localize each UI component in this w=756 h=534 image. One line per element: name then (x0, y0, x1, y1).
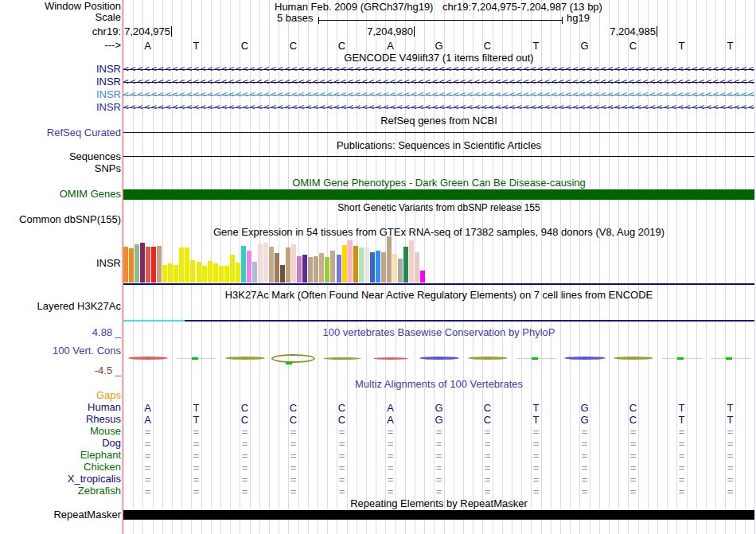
phylop-curve (128, 357, 168, 360)
gtex-tissue-bar (398, 259, 403, 283)
seq-cell: = (366, 474, 415, 485)
refseq-track-title: RefSeq genes from NCBI (123, 115, 754, 127)
multiz-label-zebrafish[interactable]: Zebrafish (0, 485, 121, 497)
seq-cell: = (657, 426, 706, 438)
multiz-label-rhesus[interactable]: Rhesus (0, 414, 121, 425)
common-dbsnp-label[interactable]: Common dbSNP(155) (0, 214, 121, 225)
multiz-row-mouse: ============= (123, 426, 754, 438)
gtex-tissue-bar (359, 248, 364, 283)
seq-cell: = (463, 485, 512, 497)
multiz-label-chicken[interactable]: Chicken (0, 462, 121, 473)
phylop-curve (271, 354, 315, 363)
phylop-positive-mark (532, 357, 538, 360)
gene-label-insr-1[interactable]: INSR (0, 64, 121, 75)
ruler-position: 7,204,980 (343, 26, 413, 37)
multiz-label-dog[interactable]: Dog (0, 438, 121, 449)
seq-cell: = (269, 438, 318, 450)
seq-cell: = (463, 462, 512, 474)
multiz-label-gaps[interactable]: Gaps (0, 390, 121, 401)
h3k27ac-signal-navy (185, 320, 754, 322)
gene-model-insr-1[interactable]: <<<<<<<<<<<<<<<<<<<<<<<<<<<<<<<<<<<<<<<<… (123, 63, 754, 76)
seq-cell: = (318, 438, 366, 450)
layered-h3k27ac-label[interactable]: Layered H3K27Ac (0, 301, 121, 312)
gtex-tissue-bar (415, 252, 419, 283)
gtex-tissue-bar (157, 246, 162, 283)
vert-cons-label[interactable]: 100 Vert. Cons (0, 345, 121, 357)
seq-cell: C (269, 40, 318, 52)
gene-model-insr-4[interactable]: <<<<<<<<<<<<<<<<<<<<<<<<<<<<<<<<<<<<<<<<… (123, 101, 754, 114)
multiz-label-mouse[interactable]: Mouse (0, 426, 121, 437)
gtex-tissue-bar (236, 263, 240, 283)
seq-cell: G (560, 402, 609, 414)
seq-cell: G (415, 414, 463, 426)
gtex-bars[interactable] (123, 236, 427, 283)
seq-cell: T (706, 402, 754, 414)
seq-cell: = (123, 438, 172, 450)
dbsnp-track-title: Short Genetic Variants from dbSNP releas… (123, 202, 754, 213)
seq-cell: = (609, 485, 657, 497)
snps-label[interactable]: SNPs (0, 163, 121, 174)
gtex-tissue-bar (348, 240, 353, 283)
gene-model-insr-2[interactable]: <<<<<<<<<<<<<<<<<<<<<<<<<<<<<<<<<<<<<<<<… (123, 76, 754, 88)
seq-cell: = (609, 450, 657, 462)
seq-cell: = (706, 438, 754, 450)
strand-arrows: <<<<<<<<<<<<<<<<<<<<<<<<<<<<<<<<<<<<<<<<… (123, 76, 754, 87)
seq-cell: G (560, 40, 609, 52)
seq-cell: T (657, 402, 706, 414)
phylop-positive-mark (677, 357, 684, 360)
multiz-row-chicken: ============= (123, 462, 754, 474)
seq-cell: = (512, 485, 560, 497)
seq-cell: = (220, 474, 269, 485)
seq-cell: A (366, 40, 415, 52)
seq-cell: A (123, 402, 172, 414)
seq-cell: T (172, 414, 220, 426)
gene-label-insr-3[interactable]: INSR (0, 89, 121, 100)
seq-cell: = (220, 462, 269, 474)
phylop-negative-mark (286, 362, 292, 364)
gtex-tissue-bar (197, 262, 201, 283)
seq-cell: A (366, 414, 415, 426)
repeatmasker-label[interactable]: RepeatMasker (0, 509, 121, 520)
omim-gene-bar[interactable] (123, 189, 754, 200)
gene-model-insr-3[interactable]: <<<<<<<<<<<<<<<<<<<<<<<<<<<<<<<<<<<<<<<<… (123, 88, 754, 101)
seq-cell: C (269, 414, 318, 426)
gene-label-insr-4[interactable]: INSR (0, 102, 121, 113)
refseq-curated-label[interactable]: RefSeq Curated (0, 127, 121, 138)
seq-cell: G (415, 40, 463, 52)
seq-cell: = (609, 474, 657, 485)
phylop-track-title: 100 vertebrates Basewise Conservation by… (123, 327, 754, 338)
gene-label-insr-2[interactable]: INSR (0, 76, 121, 88)
seq-cell: = (172, 426, 220, 438)
gtex-tissue-bar (319, 253, 324, 283)
gtex-tissue-bar (297, 256, 302, 283)
seq-cell: = (123, 474, 172, 485)
gtex-gene-label[interactable]: INSR (0, 258, 121, 269)
gtex-tissue-bar (252, 262, 257, 283)
publications-track-title: Publications: Sequences in Scientific Ar… (123, 140, 754, 151)
seq-cell: T (706, 40, 754, 52)
omim-genes-label[interactable]: OMIM Genes (0, 189, 121, 200)
repeatmasker-element-bar[interactable] (123, 510, 754, 520)
multiz-row-elephant: ============= (123, 450, 754, 462)
seq-cell: C (220, 402, 269, 414)
refseq-gene-line[interactable] (123, 132, 754, 133)
gtex-tissue-bar (370, 252, 375, 283)
gtex-tissue-bar (208, 261, 212, 283)
multiz-label-elephant[interactable]: Elephant (0, 450, 121, 461)
seq-cell: = (415, 450, 463, 462)
multiz-label-human[interactable]: Human (0, 402, 121, 413)
phylop-min-value: -4.5 _ (0, 365, 121, 376)
seq-cell: = (269, 474, 318, 485)
multiz-label-x-tropicalis[interactable]: X_tropicalis (0, 474, 121, 485)
seq-cell: = (415, 438, 463, 450)
seq-cell: = (415, 462, 463, 474)
scale-ruler-right-cap (562, 17, 563, 24)
publications-item-line[interactable] (123, 156, 754, 157)
seq-cell: = (560, 485, 609, 497)
sequences-label[interactable]: Sequences (0, 151, 121, 162)
gtex-tissue-bar (353, 246, 358, 283)
gtex-tissue-bar (302, 255, 307, 283)
seq-cell: = (366, 485, 415, 497)
seq-cell: = (366, 462, 415, 474)
seq-cell: = (318, 450, 366, 462)
